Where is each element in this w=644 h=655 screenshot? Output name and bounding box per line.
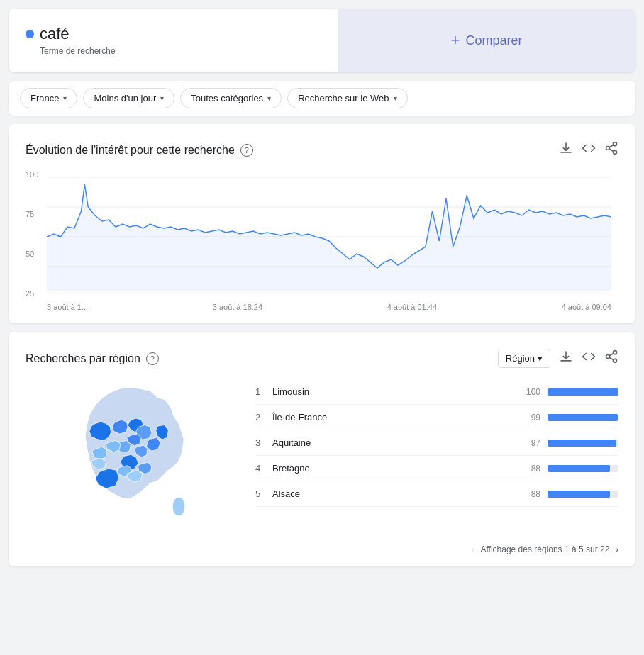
filter-category-label: Toutes catégories — [191, 93, 263, 103]
svg-line-13 — [609, 353, 614, 355]
compare-label: Comparer — [465, 33, 522, 48]
compare-button[interactable]: + Comparer — [451, 31, 523, 50]
filter-period-label: Moins d'un jour — [94, 93, 156, 103]
y-label-50: 50 — [26, 250, 38, 258]
regions-title-group: Recherches par région ? — [26, 352, 159, 365]
region-rank: 5 — [255, 488, 272, 499]
top-bar: café Terme de recherche + Comparer — [9, 9, 635, 72]
svg-point-2 — [614, 150, 617, 154]
regions-footer: ‹ Affichage des régions 1 à 5 sur 22 › — [26, 544, 618, 555]
regions-help-icon[interactable]: ? — [146, 352, 159, 365]
region-name: Limousin — [272, 386, 515, 397]
region-bar-bg — [548, 440, 618, 447]
regions-title: Recherches par région — [26, 352, 140, 365]
filter-country-label: France — [30, 93, 59, 103]
x-label-2: 4 août à 01:44 — [387, 303, 437, 311]
chart-x-labels: 3 août à 1... 3 août à 18:24 4 août à 01… — [47, 303, 611, 311]
filters-bar: France ▾ Moins d'un jour ▾ Toutes catégo… — [9, 81, 635, 116]
svg-point-0 — [614, 142, 617, 146]
regions-content: 1 Limousin 100 2 Île-de-France 99 3 Aqui… — [26, 379, 618, 535]
region-name: Alsace — [272, 488, 515, 499]
region-name: Île-de-France — [272, 412, 515, 422]
filter-country[interactable]: France ▾ — [20, 88, 77, 108]
map-container — [26, 379, 238, 535]
chevron-down-icon: ▾ — [394, 94, 397, 102]
x-label-0: 3 août à 1... — [47, 303, 88, 311]
regions-list: 1 Limousin 100 2 Île-de-France 99 3 Aqui… — [255, 379, 618, 507]
chevron-down-icon: ▾ — [538, 353, 543, 364]
search-term-label: Terme de recherche — [40, 46, 321, 56]
svg-point-1 — [606, 147, 610, 150]
chart-title: Évolution de l'intérêt pour cette recher… — [26, 144, 235, 157]
region-bar-fill — [548, 465, 610, 472]
chart-header: Évolution de l'intérêt pour cette recher… — [26, 141, 618, 159]
search-term-dot — [26, 30, 34, 38]
chart-svg — [47, 170, 611, 298]
chart-title-group: Évolution de l'intérêt pour cette recher… — [26, 144, 253, 157]
pagination-text: Affichage des régions 1 à 5 sur 22 — [480, 544, 609, 554]
chart-container: 100 75 50 25 3 août à 1... 3 août à 18:2… — [47, 170, 611, 312]
regions-header: Recherches par région ? Région ▾ — [26, 349, 618, 368]
region-bar-fill — [548, 388, 618, 396]
chevron-down-icon: ▾ — [267, 94, 271, 102]
filter-period[interactable]: Moins d'un jour ▾ — [83, 88, 174, 108]
x-label-3: 4 août à 09:04 — [562, 303, 611, 311]
chart-help-icon[interactable]: ? — [240, 144, 253, 157]
region-rank: 3 — [255, 437, 272, 448]
chevron-down-icon: ▾ — [160, 94, 164, 102]
regions-download-icon[interactable] — [559, 349, 573, 367]
region-value: 99 — [515, 413, 540, 422]
embed-icon[interactable] — [582, 141, 596, 159]
chart-actions — [559, 141, 618, 159]
region-value: 88 — [515, 464, 540, 474]
region-row: 1 Limousin 100 — [255, 379, 618, 405]
svg-point-11 — [614, 359, 617, 362]
pagination-next[interactable]: › — [615, 544, 618, 555]
svg-point-14 — [172, 497, 185, 515]
filter-category[interactable]: Toutes catégories ▾ — [180, 88, 282, 108]
region-rank: 4 — [255, 463, 272, 474]
region-name: Bretagne — [272, 463, 515, 474]
region-row: 3 Aquitaine 97 — [255, 430, 618, 456]
search-term-section: café Terme de recherche — [9, 9, 338, 72]
region-rank: 1 — [255, 386, 272, 397]
svg-line-4 — [609, 145, 614, 147]
search-term-name: café — [40, 25, 70, 43]
share-icon[interactable] — [604, 141, 618, 159]
region-bar-bg — [548, 491, 618, 498]
regions-share-icon[interactable] — [604, 349, 618, 367]
compare-plus-icon: + — [451, 31, 460, 50]
region-bar-fill — [548, 440, 616, 447]
y-label-25: 25 — [26, 289, 38, 298]
region-bar-fill — [548, 414, 618, 421]
region-bar-fill — [548, 491, 610, 498]
regions-embed-icon[interactable] — [582, 349, 596, 367]
svg-line-3 — [609, 149, 614, 151]
svg-line-12 — [609, 357, 614, 359]
chart-section: Évolution de l'intérêt pour cette recher… — [9, 124, 635, 323]
region-bar-bg — [548, 414, 618, 421]
region-value: 100 — [515, 387, 540, 397]
filter-search-type-label: Recherche sur le Web — [298, 93, 389, 103]
chart-y-labels: 100 75 50 25 — [26, 170, 38, 298]
region-dropdown-label: Région — [506, 353, 535, 364]
y-label-100: 100 — [26, 170, 38, 179]
y-label-75: 75 — [26, 210, 38, 218]
france-map-svg — [54, 379, 210, 535]
regions-actions: Région ▾ — [498, 349, 618, 368]
region-bar-bg — [548, 388, 618, 396]
x-label-1: 3 août à 18:24 — [213, 303, 262, 311]
region-rank: 2 — [255, 412, 272, 422]
region-name: Aquitaine — [272, 437, 515, 448]
region-value: 97 — [515, 438, 540, 448]
svg-point-9 — [614, 351, 617, 354]
region-bar-bg — [548, 465, 618, 472]
filter-search-type[interactable]: Recherche sur le Web ▾ — [287, 88, 407, 108]
region-dropdown[interactable]: Région ▾ — [498, 349, 550, 368]
region-row: 5 Alsace 88 — [255, 481, 618, 507]
compare-section[interactable]: + Comparer — [338, 9, 635, 72]
region-value: 88 — [515, 489, 540, 499]
download-icon[interactable] — [559, 141, 573, 159]
regions-section: Recherches par région ? Région ▾ — [9, 332, 635, 566]
pagination-prev[interactable]: ‹ — [472, 544, 475, 555]
